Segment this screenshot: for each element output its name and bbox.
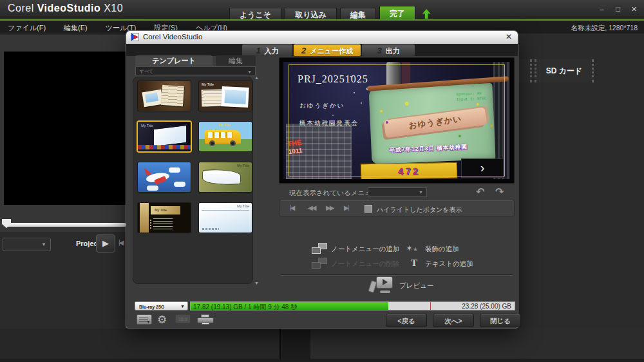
- disc-capacity-bar: 17.82 (19.13) GB / 1 時間 9 分 48 秒 23.28 (…: [190, 301, 515, 310]
- sd-card-button[interactable]: SD カード: [535, 59, 594, 82]
- tab-template[interactable]: テンプレート: [135, 55, 213, 66]
- timeline-area: [0, 329, 644, 362]
- add-text-button[interactable]: テキストの追加: [425, 260, 473, 269]
- current-menu-label: 現在表示されているメニュー:: [289, 189, 380, 198]
- output-option-partial[interactable]: [518, 59, 532, 82]
- template-list: My Title My Title My Title My Title My T…: [133, 77, 253, 284]
- dialog-titlebar: Corel VideoStudio ✕: [126, 31, 518, 44]
- last-menu-icon[interactable]: ▶|: [344, 204, 348, 211]
- first-menu-icon[interactable]: |◀: [290, 204, 294, 211]
- chevron-down-icon: ▼: [180, 303, 185, 310]
- scroll-up-icon[interactable]: ▲: [254, 75, 259, 80]
- create-disc-dialog: Corel VideoStudio ✕ 1入力 2メニュー作成 3出力 テンプレ…: [126, 30, 518, 329]
- undo-icon[interactable]: ↶: [476, 186, 484, 198]
- timeline-scrubber-track[interactable]: [5, 223, 126, 227]
- template-thumb-cinema-selected[interactable]: My Title: [138, 122, 191, 151]
- template-scrollbar[interactable]: ▲ ▼: [254, 75, 261, 285]
- tab-edit[interactable]: 編集: [340, 8, 376, 21]
- project-status: 名称未設定, 1280*718: [571, 24, 638, 33]
- step-output[interactable]: 3出力: [362, 44, 415, 56]
- add-decoration-icon[interactable]: ✶★: [406, 243, 421, 254]
- tab-capture[interactable]: 取り込み: [285, 8, 337, 21]
- menu-edit[interactable]: 編集(E): [64, 23, 88, 33]
- aspect-ratio-icon-disabled: 16:9: [175, 314, 191, 323]
- template-thumb-blue[interactable]: My Title: [199, 203, 252, 233]
- preview-panel-frame: [0, 35, 126, 232]
- template-thumb-paper[interactable]: My Title: [199, 81, 252, 111]
- template-filter-dropdown[interactable]: すべて ▼: [135, 66, 256, 75]
- template-thumb-notebook[interactable]: [138, 81, 191, 111]
- chevron-down-icon: ▼: [41, 242, 46, 247]
- safe-area-border: [289, 64, 505, 176]
- app-window: Corel VideoStudio X10 ようこそ 取り込み 編集 完了 – …: [0, 0, 644, 362]
- close-dialog-button[interactable]: 閉じる: [480, 314, 521, 327]
- chevron-down-icon: ▼: [419, 190, 423, 195]
- workspace-tabs: ようこそ 取り込み 編集 完了: [229, 6, 431, 21]
- restore-button[interactable]: □: [613, 5, 623, 14]
- capacity-used-text: 17.82 (19.13) GB / 1 時間 9 分 48 秒: [193, 303, 297, 312]
- next-button[interactable]: 次へ>: [433, 314, 474, 327]
- app-logo: Corel VideoStudio X10: [8, 3, 123, 14]
- scroll-down-icon[interactable]: ▼: [254, 281, 259, 285]
- tab-edit-menu[interactable]: 編集: [216, 55, 256, 66]
- current-menu-dropdown[interactable]: ▼: [368, 187, 427, 197]
- preview-tv-icon[interactable]: [370, 276, 393, 293]
- template-thumb-airplane[interactable]: [138, 162, 191, 192]
- template-thumb-leaf[interactable]: My Title: [199, 162, 252, 192]
- menu-preview-frame: Sponsor: AV Input 1: NTSC おゆうぎかい 平成7年12月…: [279, 57, 515, 184]
- add-note-menu-icon[interactable]: [312, 243, 327, 254]
- next-menu-icon[interactable]: ▶▶: [326, 204, 333, 211]
- menu-transport-bar: |◀ ◀◀ ▶▶ ▶| ハイライトしたボタンを表示: [279, 200, 515, 216]
- video-preview-area: [4, 52, 126, 205]
- add-text-icon[interactable]: T: [408, 258, 421, 269]
- delete-note-menu-button-disabled: ノートメニューの削除: [331, 260, 399, 269]
- delete-note-menu-icon: [312, 258, 327, 269]
- disc-type-select[interactable]: Blu-ray 25G ▼: [135, 301, 188, 310]
- capacity-total-text: 23.28 (25.00) GB: [462, 303, 511, 310]
- preview-button[interactable]: プレビュー: [399, 281, 433, 291]
- template-thumb-gold[interactable]: My Title: [138, 203, 191, 233]
- step-menu-creation[interactable]: 2メニュー作成: [294, 44, 361, 56]
- play-button[interactable]: ▶: [96, 234, 115, 252]
- back-button[interactable]: <戻る: [386, 314, 427, 327]
- highlight-buttons-label: ハイライトしたボタンを表示: [377, 205, 462, 214]
- upload-arrow-icon: [422, 9, 431, 19]
- videostudio-logo-icon: [131, 33, 139, 41]
- timeline-clip: [281, 330, 310, 359]
- dialog-close-button[interactable]: ✕: [506, 32, 512, 41]
- template-thumb-bus[interactable]: My Title: [199, 122, 252, 151]
- redo-icon[interactable]: ↷: [495, 186, 504, 198]
- wizard-steps: 1入力 2メニュー作成 3出力: [126, 44, 518, 56]
- minimize-button[interactable]: –: [597, 5, 607, 14]
- close-button[interactable]: ✕: [629, 5, 639, 14]
- go-to-start-icon[interactable]: |◀: [118, 239, 122, 246]
- chevron-down-icon: ▼: [247, 68, 252, 76]
- burn-settings-icon[interactable]: ▼: [137, 314, 152, 325]
- prev-menu-icon[interactable]: ◀◀: [308, 204, 315, 211]
- add-note-menu-button[interactable]: ノートメニューの追加: [331, 245, 399, 254]
- app-titlebar: Corel VideoStudio X10 ようこそ 取り込み 編集 完了 – …: [0, 0, 644, 19]
- add-decoration-button[interactable]: 装飾の追加: [425, 245, 459, 254]
- capacity-limit-marker: [430, 302, 431, 310]
- playback-mode-dropdown[interactable]: ▼: [3, 238, 51, 251]
- tab-welcome[interactable]: ようこそ: [229, 8, 281, 21]
- step-input[interactable]: 1入力: [242, 44, 292, 56]
- print-label-icon[interactable]: [197, 314, 214, 325]
- divider: [281, 274, 513, 275]
- project-settings-icon[interactable]: ⚙: [157, 314, 167, 326]
- window-controls: – □ ✕: [597, 5, 639, 14]
- menu-file[interactable]: ファイル(F): [8, 23, 46, 33]
- tab-share[interactable]: 完了: [379, 6, 415, 21]
- menu-preview-image[interactable]: Sponsor: AV Input 1: NTSC おゆうぎかい 平成7年12月…: [283, 62, 510, 179]
- dialog-title: Corel VideoStudio: [143, 33, 203, 41]
- highlight-buttons-checkbox[interactable]: [365, 205, 372, 213]
